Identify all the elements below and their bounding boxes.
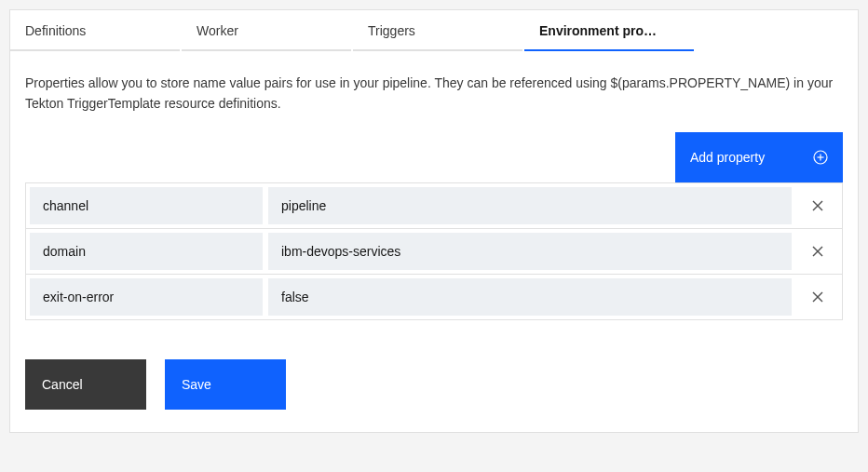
add-property-label: Add property <box>690 150 765 165</box>
property-row: domain ibm-devops-services <box>26 228 842 274</box>
close-icon <box>811 290 824 303</box>
property-row: channel pipeline <box>26 182 842 228</box>
environment-properties-panel: Definitions Worker Triggers Environment … <box>9 9 859 433</box>
close-icon <box>811 245 824 258</box>
properties-table: channel pipeline domain ibm-devops-servi… <box>25 182 843 320</box>
tab-worker[interactable]: Worker <box>182 12 351 51</box>
tab-content: Properties allow you to store name value… <box>10 51 858 432</box>
close-icon <box>811 199 824 212</box>
property-key-field[interactable]: domain <box>30 233 263 270</box>
cancel-button[interactable]: Cancel <box>25 359 146 410</box>
add-icon <box>813 150 828 165</box>
save-button[interactable]: Save <box>165 359 286 410</box>
property-value-field[interactable]: false <box>268 278 792 316</box>
tabs: Definitions Worker Triggers Environment … <box>10 10 858 51</box>
property-value-field[interactable]: pipeline <box>268 187 792 224</box>
delete-property-button[interactable] <box>797 187 838 224</box>
add-property-button[interactable]: Add property <box>675 132 843 182</box>
form-actions: Cancel Save <box>25 359 843 410</box>
delete-property-button[interactable] <box>797 233 838 270</box>
property-key-field[interactable]: exit-on-error <box>30 278 263 316</box>
tab-environment-properties[interactable]: Environment pro… <box>524 12 694 51</box>
property-key-field[interactable]: channel <box>30 187 263 224</box>
tab-definitions[interactable]: Definitions <box>10 12 180 51</box>
tab-triggers[interactable]: Triggers <box>353 12 522 51</box>
property-row: exit-on-error false <box>26 274 842 319</box>
description-text: Properties allow you to store name value… <box>25 74 843 114</box>
delete-property-button[interactable] <box>797 278 838 316</box>
add-property-row: Add property <box>25 132 843 182</box>
property-value-field[interactable]: ibm-devops-services <box>268 233 792 270</box>
